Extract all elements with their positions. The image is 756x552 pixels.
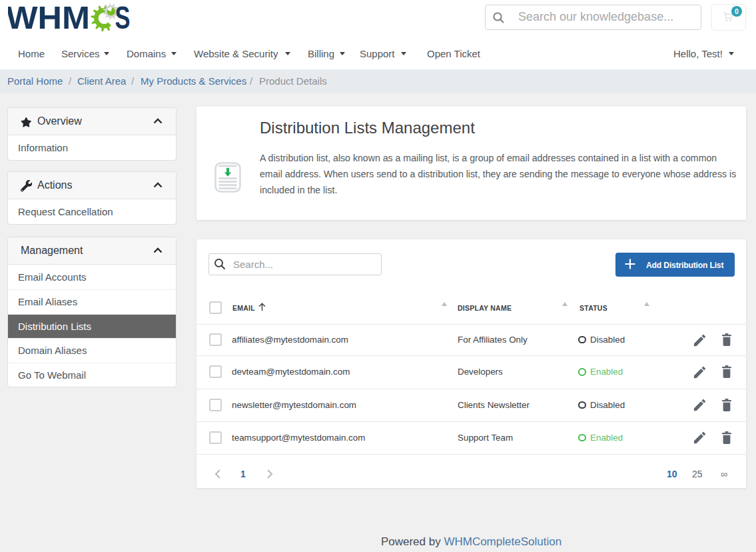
svg-text:WHM: WHM [8,3,90,35]
svg-text:S: S [115,3,131,35]
